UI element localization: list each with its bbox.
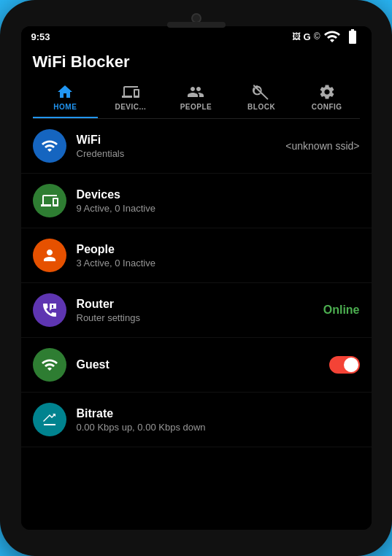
battery-status-icon bbox=[344, 28, 361, 45]
people-item-icon bbox=[33, 239, 66, 272]
tab-block[interactable]: BLOCK bbox=[228, 79, 294, 118]
toggle-track bbox=[329, 356, 360, 374]
wifi-item-icon bbox=[33, 129, 66, 163]
router-item-subtitle: Router settings bbox=[77, 312, 323, 323]
router-item-badge: Online bbox=[323, 304, 360, 317]
guest-item-title: Guest bbox=[77, 358, 329, 371]
tab-block-label: BLOCK bbox=[247, 103, 275, 111]
list-item-wifi[interactable]: WiFi Credentials <unknown ssid> bbox=[21, 119, 372, 174]
status-bar: 9:53 🖼 G © bbox=[21, 26, 372, 47]
tab-devices[interactable]: DEVIC... bbox=[98, 79, 164, 118]
devices-item-subtitle: 9 Active, 0 Inactive bbox=[77, 203, 360, 214]
router-item-icon bbox=[33, 293, 66, 327]
wifi-item-text: WiFi Credentials bbox=[77, 134, 286, 159]
wifi-item-badge: <unknown ssid> bbox=[285, 140, 359, 152]
guest-list-icon bbox=[41, 356, 58, 374]
wifi-item-subtitle: Credentials bbox=[77, 148, 286, 159]
devices-item-text: Devices 9 Active, 0 Inactive bbox=[77, 188, 360, 214]
tab-people-label: PEOPLE bbox=[180, 103, 212, 111]
devices-item-title: Devices bbox=[77, 188, 360, 201]
app-title: WiFi Blocker bbox=[33, 53, 360, 72]
home-icon bbox=[56, 83, 74, 101]
guest-item-text: Guest bbox=[77, 358, 329, 371]
google-status-icon: G bbox=[304, 31, 311, 42]
bitrate-list-icon bbox=[41, 411, 58, 428]
tab-home[interactable]: HOME bbox=[33, 79, 99, 118]
router-item-text: Router Router settings bbox=[77, 298, 323, 323]
list-item-devices[interactable]: Devices 9 Active, 0 Inactive bbox=[21, 174, 372, 228]
tab-home-label: HOME bbox=[53, 103, 77, 111]
guest-item-icon bbox=[33, 348, 66, 382]
block-icon bbox=[253, 83, 270, 101]
wifi-status-icon bbox=[323, 28, 341, 45]
image-status-icon: 🖼 bbox=[292, 31, 301, 42]
devices-list-icon bbox=[41, 192, 58, 209]
router-list-icon bbox=[41, 301, 58, 319]
list-item-people[interactable]: People 3 Active, 0 Inactive bbox=[21, 228, 372, 283]
wifi-item-title: WiFi bbox=[77, 134, 286, 147]
devices-item-icon bbox=[33, 184, 66, 217]
tab-people[interactable]: PEOPLE bbox=[164, 79, 229, 118]
bitrate-item-icon bbox=[33, 403, 66, 436]
list-item-guest[interactable]: Guest bbox=[21, 338, 372, 393]
people-item-text: People 3 Active, 0 Inactive bbox=[77, 243, 360, 269]
devices-icon bbox=[122, 83, 139, 101]
bitrate-item-text: Bitrate 0.00 Kbps up, 0.00 Kbps down bbox=[77, 407, 360, 433]
wifi-icon bbox=[41, 137, 58, 155]
status-time: 9:53 bbox=[31, 31, 50, 42]
router-item-title: Router bbox=[77, 298, 323, 311]
list-item-router[interactable]: Router Router settings Online bbox=[21, 283, 372, 338]
tab-devices-label: DEVIC... bbox=[115, 103, 146, 111]
phone-frame: 9:53 🖼 G © WiFi Blocker bbox=[0, 0, 392, 556]
guest-toggle[interactable] bbox=[329, 356, 360, 374]
tab-config-label: CONFIG bbox=[312, 103, 342, 111]
people-item-subtitle: 3 Active, 0 Inactive bbox=[77, 258, 360, 269]
people-list-icon bbox=[41, 247, 58, 264]
sync-status-icon: © bbox=[314, 31, 320, 42]
list-item-bitrate[interactable]: Bitrate 0.00 Kbps up, 0.00 Kbps down bbox=[21, 393, 372, 447]
toggle-thumb bbox=[344, 358, 358, 372]
bitrate-item-title: Bitrate bbox=[77, 407, 360, 420]
people-item-title: People bbox=[77, 243, 360, 256]
speaker bbox=[167, 22, 226, 28]
config-icon bbox=[318, 83, 336, 101]
bitrate-item-subtitle: 0.00 Kbps up, 0.00 Kbps down bbox=[77, 422, 360, 433]
app-header: WiFi Blocker HOME DEVIC... bbox=[21, 47, 372, 119]
nav-tabs: HOME DEVIC... PEOPLE bbox=[33, 79, 360, 119]
tab-config[interactable]: CONFIG bbox=[294, 79, 360, 118]
status-icons: 🖼 G © bbox=[292, 28, 361, 45]
phone-screen: 9:53 🖼 G © WiFi Blocker bbox=[21, 26, 372, 530]
people-icon bbox=[187, 83, 204, 101]
content-list: WiFi Credentials <unknown ssid> Devices … bbox=[21, 119, 372, 530]
